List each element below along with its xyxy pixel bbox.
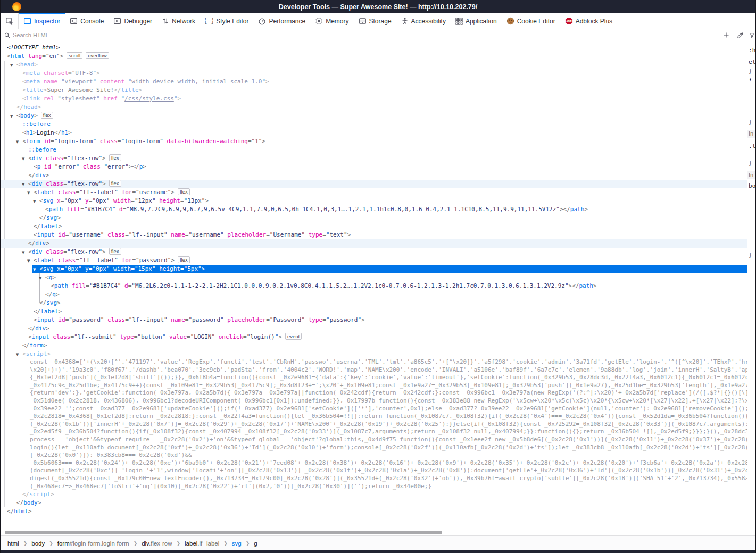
- token-v: ": [136, 189, 139, 196]
- markup-row[interactable]: ::before: [1, 146, 747, 154]
- script-line: _0x39ee22='';const _0xad377=_0x2e9681['u…: [1, 405, 747, 413]
- horizontal-scrollbar-thumb[interactable]: [5, 531, 442, 534]
- tab-console[interactable]: Console: [65, 13, 109, 29]
- token-p: >: [38, 499, 41, 506]
- markup-row[interactable]: <title>Super Awesome Site!</title>: [1, 86, 747, 95]
- markup-row[interactable]: <input class="lf--submit" type="button" …: [1, 333, 747, 341]
- markup-row[interactable]: <input id="username" class="lf--input" n…: [1, 231, 747, 239]
- markup-row[interactable]: <path fill="#B1B7C4" d="M8.9,7.2C9,6.9,9…: [1, 205, 747, 214]
- markup-row[interactable]: ▼<label class="lf--label" for="username"…: [1, 188, 747, 197]
- expand-arrow-icon[interactable]: ▼: [10, 112, 13, 121]
- markup-row[interactable]: <!DOCTYPE html>: [1, 44, 747, 52]
- badge-overflow[interactable]: overflow: [86, 52, 109, 59]
- markup-row[interactable]: </label>: [1, 307, 747, 316]
- token-ps: ::before: [22, 121, 51, 128]
- tab-storage[interactable]: Storage: [354, 13, 396, 29]
- token-p: </: [34, 223, 40, 230]
- breadcrumb-separator-icon: ❯: [176, 541, 180, 546]
- markup-row[interactable]: ▼<div class="flex-row">flex: [1, 154, 747, 163]
- markup-view[interactable]: <!DOCTYPE html><html lang="en">scrollove…: [1, 41, 747, 530]
- badge-flex[interactable]: flex: [41, 112, 53, 119]
- markup-row[interactable]: <p id="error" class="error"></p>: [1, 163, 747, 171]
- eyedropper-button[interactable]: [733, 29, 747, 41]
- markup-row[interactable]: <html lang="en">scrolloverflow: [1, 52, 747, 61]
- tab-performance[interactable]: Performance: [253, 13, 310, 29]
- badge-event[interactable]: event: [285, 333, 302, 340]
- markup-row[interactable]: ▼<svg x="0px" y="0px" width="12px" heigh…: [1, 197, 747, 205]
- breadcrumb-item-html[interactable]: html: [7, 540, 19, 547]
- expand-arrow-icon[interactable]: ▼: [16, 350, 19, 359]
- markup-row[interactable]: <path fill="#B1B7C4" d="M6,2L6,2c0-1.1-1…: [1, 282, 747, 290]
- badge-flex[interactable]: flex: [109, 180, 121, 187]
- markup-row[interactable]: <meta charset="UTF-8">: [1, 69, 747, 78]
- tab-style-editor[interactable]: { }Style Editor: [200, 13, 253, 29]
- breadcrumb-item-label[interactable]: label.lf--label: [185, 540, 219, 547]
- markup-row[interactable]: <link rel="stylesheet" href="/css/style.…: [1, 95, 747, 103]
- markup-row[interactable]: ▼<div class="flex-row">flex: [1, 248, 747, 256]
- markup-row[interactable]: </label>: [1, 222, 747, 231]
- markup-row[interactable]: ::before: [1, 120, 747, 129]
- badge-flex[interactable]: flex: [178, 256, 190, 263]
- markup-row[interactable]: ▼<script>: [1, 350, 747, 358]
- tab-debugger[interactable]: Debugger: [109, 13, 157, 29]
- markup-row[interactable]: </div>: [1, 324, 747, 333]
- tab-application[interactable]: Application: [451, 13, 502, 29]
- expand-arrow-icon[interactable]: ▼: [22, 180, 24, 189]
- expand-arrow-icon[interactable]: ▼: [22, 248, 24, 257]
- expand-arrow-icon[interactable]: ▼: [22, 155, 24, 163]
- markup-row[interactable]: </script>: [1, 490, 747, 499]
- expand-arrow-icon[interactable]: ▼: [33, 265, 36, 274]
- badge-flex[interactable]: flex: [109, 154, 121, 161]
- markup-row[interactable]: ▼<svg x="0px" y="0px" width="15px" heigh…: [1, 265, 747, 273]
- token-v: "flex-row": [67, 180, 102, 187]
- markup-row[interactable]: </form>: [1, 341, 747, 350]
- markup-row[interactable]: ▼<head>: [1, 61, 747, 69]
- markup-row[interactable]: </div>: [1, 239, 747, 248]
- expand-arrow-icon[interactable]: ▼: [10, 61, 13, 70]
- tab-network[interactable]: Network: [157, 13, 200, 29]
- markup-row[interactable]: ▼<form id="login-form" class="login-form…: [1, 137, 747, 146]
- tab-adblock-plus[interactable]: ABPAdblock Plus: [560, 13, 617, 29]
- badge-scroll[interactable]: scroll: [67, 52, 82, 59]
- markup-row[interactable]: <input id="password" class="lf--input" n…: [1, 316, 747, 324]
- filter-funnel-icon[interactable]: [749, 32, 755, 38]
- markup-row[interactable]: </head>: [1, 103, 747, 112]
- markup-row[interactable]: ▼<body>flex: [1, 112, 747, 120]
- markup-row[interactable]: </div>: [1, 171, 747, 180]
- breadcrumb-item-form[interactable]: form#login-form.login-form: [57, 540, 129, 547]
- horizontal-scrollbar[interactable]: [1, 530, 755, 535]
- markup-row[interactable]: </body>: [1, 499, 747, 507]
- breadcrumb-item-body[interactable]: body: [31, 540, 45, 547]
- markup-row[interactable]: ▼<div class="flex-row">flex: [1, 180, 747, 188]
- token-u: password: [139, 257, 168, 264]
- expand-arrow-icon[interactable]: ▼: [27, 257, 30, 265]
- badge-flex[interactable]: flex: [109, 248, 121, 255]
- markup-row[interactable]: <h1>Login</h1>: [1, 129, 747, 137]
- breadcrumb-item-div[interactable]: div.flex-row: [142, 540, 172, 547]
- tab-accessibility[interactable]: Accessibility: [396, 13, 451, 29]
- badge-flex[interactable]: flex: [178, 188, 190, 195]
- markup-row[interactable]: </svg>: [1, 299, 747, 307]
- expand-arrow-icon[interactable]: ▼: [33, 197, 36, 206]
- pick-element-button[interactable]: [1, 13, 19, 29]
- markup-row[interactable]: </g>: [1, 290, 747, 299]
- add-node-button[interactable]: [719, 29, 733, 41]
- search-html-input[interactable]: [13, 32, 719, 38]
- token-p: >: [202, 265, 205, 272]
- breadcrumb-item-g[interactable]: g: [254, 540, 257, 547]
- tab-inspector[interactable]: Inspector: [19, 13, 65, 29]
- markup-row[interactable]: <meta name="viewport" content="width=dev…: [1, 78, 747, 86]
- markup-row[interactable]: </html>: [1, 507, 747, 516]
- expand-arrow-icon[interactable]: ▼: [39, 274, 41, 282]
- token-p: <: [34, 189, 37, 196]
- tab-memory[interactable]: Memory: [310, 13, 353, 29]
- breadcrumb-bar: html❯body❯form#login-form.login-form❯div…: [1, 535, 755, 550]
- markup-row[interactable]: </svg>: [1, 214, 747, 222]
- markup-row[interactable]: ▼<g>: [1, 273, 747, 282]
- breadcrumb-item-svg[interactable]: svg: [232, 540, 242, 547]
- tab-cookie-editor[interactable]: Cookie Editor: [502, 13, 560, 29]
- expand-arrow-icon[interactable]: ▼: [16, 138, 19, 146]
- markup-row[interactable]: ▼<label class="lf--label" for="password"…: [1, 256, 747, 265]
- expand-arrow-icon[interactable]: ▼: [27, 189, 30, 197]
- token-a: for: [118, 257, 132, 264]
